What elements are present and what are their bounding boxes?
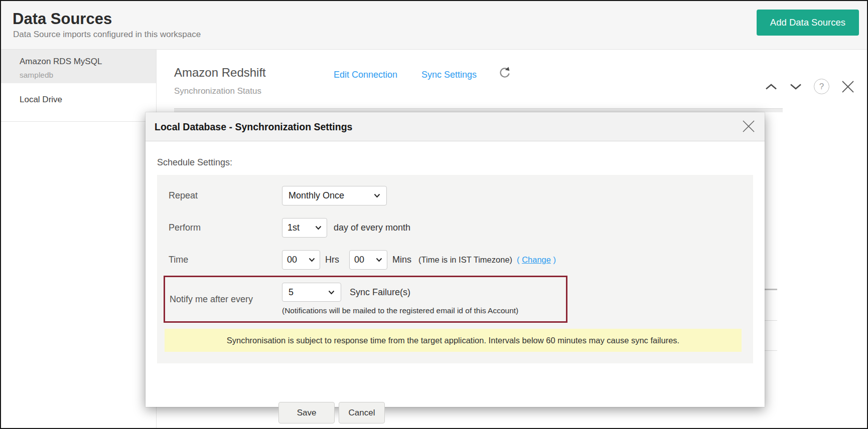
time-hours-value: 00 [287,255,297,265]
notify-note-text: (Notifications will be mailed to the reg… [282,306,518,315]
sync-warning-message: Synchronisation is subject to response t… [165,329,742,352]
background-table-row-line [764,320,777,321]
repeat-row: Repeat Monthly Once [157,186,387,205]
change-link-label: Change [522,255,551,264]
background-table-row-line [764,350,777,351]
page-subtitle: Data Source imports configured in this w… [13,30,201,40]
datasource-title: Amazon Redshift [174,66,266,80]
data-source-sidebar: Amazon RDS MySQL sampledb Local Drive [1,50,157,428]
time-minutes-select[interactable]: 00 [349,250,387,270]
sidebar-item-sublabel: sampledb [20,71,156,80]
chevron-down-icon [376,258,382,262]
data-sources-screen: Data Sources Data Source imports configu… [0,0,868,429]
background-table-header-band [174,109,783,112]
sync-settings-dialog: Local Database - Synchronization Setting… [146,112,765,407]
time-hours-select[interactable]: 00 [282,250,320,270]
background-table-row-line [764,289,777,290]
chevron-down-icon [374,193,380,198]
time-minutes-value: 00 [354,255,364,265]
sidebar-item-local-drive[interactable]: Local Drive [1,83,156,122]
notify-label: Notify me after every [165,277,282,321]
sidebar-item-amazon-rds-mysql[interactable]: Amazon RDS MySQL sampledb [1,50,156,83]
repeat-select[interactable]: Monthly Once [282,186,387,205]
time-row: Time 00 Hrs 00 Mins (Time is in IST Time… [157,250,556,270]
dialog-buttons: Save Cancel [278,402,385,423]
perform-day-value: 1st [287,223,300,233]
perform-label: Perform [169,223,282,233]
notify-highlight-box: Notify me after every 5 Sync Failure(s) … [164,276,567,323]
save-button[interactable]: Save [278,402,335,423]
minutes-unit-label: Mins [392,255,411,265]
repeat-label: Repeat [169,190,282,201]
hours-unit-label: Hrs [325,255,339,265]
notify-controls: 5 Sync Failure(s) (Notifications will be… [282,277,518,321]
perform-row: Perform 1st day of every month [157,218,410,238]
page-title: Data Sources [13,10,112,28]
sync-settings-link[interactable]: Sync Settings [421,70,477,80]
page-header: Data Sources Data Source imports configu… [1,1,867,50]
perform-suffix-text: day of every month [334,223,410,233]
sidebar-item-label: Amazon RDS MySQL [20,57,156,67]
change-timezone-link[interactable]: ( Change ) [517,255,556,265]
chevron-down-icon [309,258,315,262]
notify-count-select[interactable]: 5 [282,283,341,302]
chevron-down-icon[interactable] [789,83,802,91]
notify-suffix-text: Sync Failure(s) [350,287,410,298]
dialog-title: Local Database - Synchronization Setting… [155,121,352,133]
schedule-settings-panel: Repeat Monthly Once Perform 1st day of e… [157,175,753,363]
notify-count-value: 5 [288,287,294,298]
synchronization-status-label: Synchronization Status [174,86,261,96]
chevron-up-icon[interactable] [765,83,778,91]
chevron-down-icon [328,290,335,295]
change-link-prefix: ( [517,255,522,264]
cancel-button[interactable]: Cancel [339,402,385,423]
timezone-note: (Time is in IST Timezone) [418,255,512,265]
refresh-icon[interactable] [498,66,512,80]
repeat-select-value: Monthly Once [288,190,344,201]
panel-toolbar: ? [765,79,855,94]
time-label: Time [169,255,282,265]
chevron-down-icon [315,226,322,230]
change-link-suffix: ) [551,255,556,264]
close-panel-icon[interactable] [841,80,855,94]
dialog-body: Schedule Settings: Repeat Monthly Once P… [146,141,765,407]
dialog-header: Local Database - Synchronization Setting… [146,112,765,141]
help-icon[interactable]: ? [814,79,829,94]
perform-day-select[interactable]: 1st [282,218,327,238]
schedule-settings-label: Schedule Settings: [157,157,232,168]
edit-connection-link[interactable]: Edit Connection [334,70,397,80]
add-data-sources-button[interactable]: Add Data Sources [757,10,859,36]
sidebar-item-label: Local Drive [20,95,62,104]
dialog-close-icon[interactable] [741,119,756,134]
